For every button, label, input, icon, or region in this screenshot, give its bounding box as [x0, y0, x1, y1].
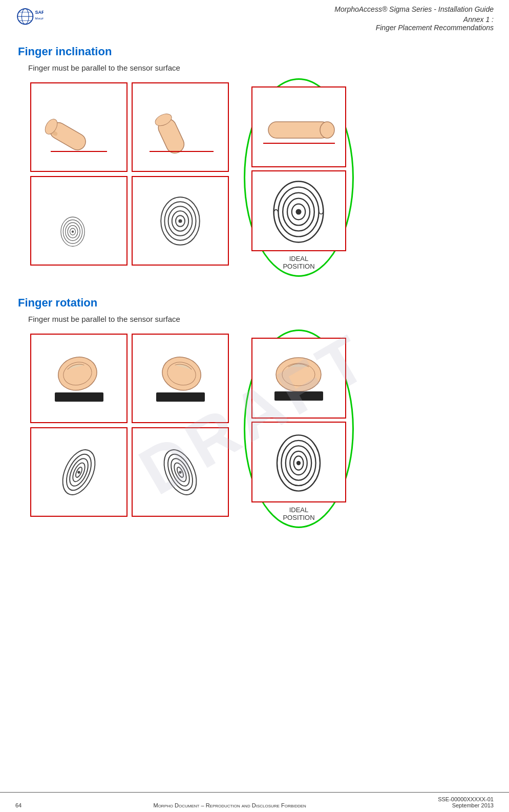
svg-point-61 — [296, 461, 301, 465]
finger-tilted-steep-icon — [40, 94, 117, 161]
section-inclination-title: Finger inclination — [18, 45, 491, 58]
finger-flat-rotation-icon — [257, 341, 341, 415]
section-inclination-subtitle: Finger must be parallel to the sensor su… — [28, 63, 491, 72]
rotation-col1 — [28, 332, 130, 519]
rotation-img-bad1-top — [30, 334, 128, 423]
inclination-img-bad1-top — [30, 82, 128, 172]
rotation-img-bad1-bottom — [30, 427, 128, 517]
svg-point-27 — [320, 122, 334, 138]
inclination-img-ideal-bottom — [251, 170, 346, 251]
rotation-img-bad2-bottom — [132, 427, 229, 517]
rotation-img-ideal-bottom — [251, 422, 346, 502]
fingerprint-rotated-right-icon — [142, 434, 219, 511]
svg-text:Morpho: Morpho — [35, 16, 44, 20]
rotation-grid: IDEAL POSITION — [28, 332, 491, 528]
rotation-col3-ideal: IDEAL POSITION — [239, 327, 354, 528]
inclination-col1 — [28, 80, 130, 268]
ideal-oval-inclination: IDEAL POSITION — [244, 78, 354, 277]
finger-tilted-moderate-icon — [142, 94, 219, 161]
inclination-col3-ideal: IDEAL POSITION — [239, 76, 354, 277]
inclination-grid: IDEAL POSITION — [28, 80, 491, 277]
svg-point-25 — [178, 219, 182, 223]
section-rotation-title: Finger rotation — [18, 296, 491, 310]
document-title: MorphoAccess® Sigma Series - Installatio… — [334, 5, 494, 32]
svg-rect-55 — [274, 391, 323, 401]
svg-point-16 — [72, 230, 74, 232]
section-rotation-subtitle: Finger must be parallel to the sensor su… — [28, 315, 491, 323]
finger-rotated-right-icon — [141, 340, 220, 417]
footer-right: SSE-00000XXXXX-01 September 2013 — [438, 796, 494, 808]
ideal-oval-rotation: IDEAL POSITION — [244, 330, 354, 528]
svg-point-34 — [296, 209, 302, 215]
svg-point-52 — [178, 470, 182, 474]
inclination-img-bad1-bottom — [30, 176, 128, 266]
fingerprint-medium-icon — [142, 183, 219, 259]
main-content: DRAFT Finger inclination Finger must be … — [0, 36, 509, 792]
footer-center-text: Morpho Document – Reproduction and Discl… — [153, 802, 306, 808]
svg-rect-46 — [156, 392, 205, 402]
svg-rect-37 — [55, 392, 103, 402]
inclination-col2 — [130, 80, 231, 268]
svg-text:SAFRAN: SAFRAN — [35, 10, 44, 15]
svg-point-43 — [77, 470, 80, 474]
finger-rotated-left-icon — [39, 340, 119, 417]
fingerprint-ideal-icon — [259, 175, 338, 247]
fingerprint-small-icon — [40, 183, 117, 259]
section-rotation: Finger rotation Finger must be parallel … — [18, 296, 491, 528]
page: SAFRAN Morpho MorphoAccess® Sigma Series… — [0, 0, 509, 812]
inclination-img-ideal-top — [251, 86, 346, 167]
page-footer: 64 Morpho Document – Reproduction and Di… — [0, 792, 509, 812]
logo-area: SAFRAN Morpho — [15, 5, 48, 28]
fingerprint-ideal-rotation-icon — [259, 424, 338, 500]
ideal-label-rotation: IDEAL POSITION — [283, 506, 314, 521]
finger-flat-icon — [258, 94, 340, 160]
footer-page-number: 64 — [15, 802, 22, 808]
fingerprint-rotated-left-icon — [40, 434, 117, 511]
rotation-col2 — [130, 332, 231, 519]
safran-logo-icon: SAFRAN Morpho — [15, 5, 44, 28]
inclination-img-bad2-top — [132, 82, 229, 172]
inclination-img-bad2-bottom — [132, 176, 229, 266]
page-header: SAFRAN Morpho MorphoAccess® Sigma Series… — [0, 0, 509, 36]
rotation-img-ideal-top — [251, 338, 346, 419]
section-inclination: Finger inclination Finger must be parall… — [18, 45, 491, 277]
rotation-img-bad2-top — [132, 334, 229, 423]
ideal-label-inclination: IDEAL POSITION — [283, 255, 314, 270]
section-divider — [18, 277, 491, 287]
